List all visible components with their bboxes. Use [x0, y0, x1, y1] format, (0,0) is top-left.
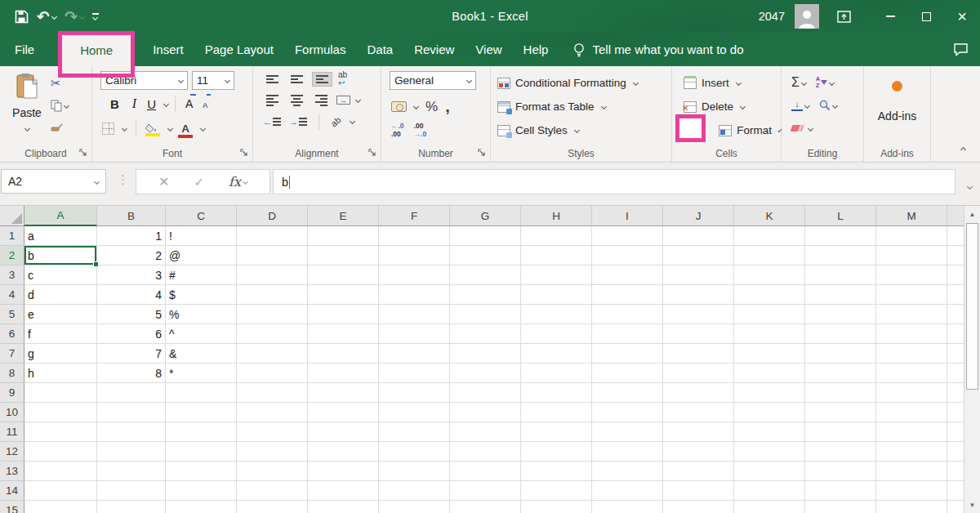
cell-M13[interactable] — [876, 462, 947, 481]
cell-H6[interactable] — [521, 324, 592, 344]
cell-M6[interactable] — [876, 324, 947, 344]
font-family-combobox[interactable]: Calibri — [100, 71, 188, 90]
increase-font-size-button[interactable]: A — [182, 97, 196, 110]
paste-button[interactable]: Paste — [8, 73, 46, 134]
cell-I6[interactable] — [592, 324, 663, 344]
comma-style-button[interactable]: , — [445, 97, 450, 116]
tab-home[interactable]: Home — [62, 34, 131, 66]
center-button[interactable] — [287, 92, 306, 109]
cell-M1[interactable] — [876, 226, 947, 246]
cell-L13[interactable] — [805, 462, 876, 481]
column-header-I[interactable]: I — [592, 206, 663, 226]
percent-style-button[interactable]: % — [425, 99, 438, 115]
cell-B6[interactable]: 6 — [97, 324, 166, 344]
cell-F13[interactable] — [379, 462, 450, 481]
cell-A5[interactable]: e — [24, 305, 97, 324]
cell-F6[interactable] — [379, 324, 450, 344]
cell-A15[interactable] — [24, 501, 97, 513]
cell-L15[interactable] — [805, 501, 876, 513]
cell-I7[interactable] — [592, 344, 663, 364]
middle-align-button[interactable] — [287, 73, 306, 86]
column-header-E[interactable]: E — [308, 206, 379, 226]
cell-B12[interactable] — [97, 442, 166, 462]
cell-E12[interactable] — [308, 442, 379, 462]
cell-F9[interactable] — [379, 383, 450, 403]
cell-H15[interactable] — [521, 501, 592, 513]
cancel-entry-icon[interactable]: ✕ — [158, 174, 169, 190]
scrollbar-thumb[interactable] — [966, 223, 978, 390]
font-color-button[interactable]: A — [178, 123, 193, 135]
cell-D2[interactable] — [237, 246, 308, 265]
cell-I9[interactable] — [592, 383, 663, 403]
cell-D1[interactable] — [237, 226, 308, 246]
addins-button[interactable]: Add-ins — [864, 71, 930, 123]
fill-color-dropdown[interactable] — [167, 125, 173, 131]
cell-I1[interactable] — [592, 226, 663, 246]
cell-G4[interactable] — [450, 285, 521, 305]
cell-K15[interactable] — [734, 501, 805, 513]
cell-F12[interactable] — [379, 442, 450, 462]
cell-K11[interactable] — [734, 422, 805, 442]
column-header-B[interactable]: B — [97, 206, 166, 226]
cell-F5[interactable] — [379, 305, 450, 324]
row-header-10[interactable]: 10 — [0, 403, 24, 422]
confirm-entry-icon[interactable]: ✓ — [194, 175, 204, 190]
cell-C8[interactable]: * — [166, 364, 237, 383]
cell-K13[interactable] — [734, 462, 805, 481]
cell-I2[interactable] — [592, 246, 663, 265]
cell-K4[interactable] — [734, 285, 805, 305]
cell-A7[interactable]: g — [24, 344, 97, 364]
font-dialog-launcher-icon[interactable] — [239, 148, 249, 158]
cell-H12[interactable] — [521, 442, 592, 462]
align-right-button[interactable] — [312, 92, 331, 109]
scroll-down-icon[interactable]: ▼ — [964, 497, 980, 513]
cell-D5[interactable] — [237, 305, 308, 324]
row-header-6[interactable]: 6 — [0, 324, 24, 344]
cell-G12[interactable] — [450, 442, 521, 462]
cell-D12[interactable] — [237, 442, 308, 462]
borders-icon[interactable] — [102, 123, 114, 135]
wrap-text-button[interactable]: ab↩ — [338, 71, 347, 87]
cell-I5[interactable] — [592, 305, 663, 324]
cell-G11[interactable] — [450, 422, 521, 442]
orientation-dropdown[interactable] — [350, 118, 355, 124]
cell-F8[interactable] — [379, 364, 450, 383]
column-header-G[interactable]: G — [450, 206, 521, 226]
cell-E4[interactable] — [308, 285, 379, 305]
cell-J13[interactable] — [663, 462, 734, 481]
tab-view[interactable]: View — [465, 33, 512, 66]
cell-G8[interactable] — [450, 364, 521, 383]
cell-J5[interactable] — [663, 305, 734, 324]
cell-I15[interactable] — [592, 501, 663, 513]
cell-J2[interactable] — [663, 246, 734, 265]
cell-C5[interactable]: % — [166, 305, 237, 324]
cell-H9[interactable] — [521, 383, 592, 403]
font-size-combobox[interactable]: 11 — [192, 71, 234, 90]
cell-B10[interactable] — [97, 403, 166, 422]
cell-A6[interactable]: f — [24, 324, 97, 344]
format-as-table-button[interactable]: Format as Table — [497, 95, 671, 118]
cell-F1[interactable] — [379, 226, 450, 246]
cell-D8[interactable] — [237, 364, 308, 383]
underline-button[interactable]: U — [145, 97, 158, 111]
cell-F15[interactable] — [379, 501, 450, 513]
tab-review[interactable]: Review — [403, 33, 465, 66]
cell-H5[interactable] — [521, 305, 592, 324]
insert-function-button[interactable]: fx — [229, 174, 247, 190]
increase-indent-button[interactable]: → — [289, 117, 307, 127]
cell-C13[interactable] — [166, 462, 237, 481]
top-align-button[interactable] — [263, 73, 282, 86]
cell-E13[interactable] — [308, 462, 379, 481]
collapse-ribbon-button[interactable] — [959, 141, 965, 155]
cell-J9[interactable] — [663, 383, 734, 403]
cell-C10[interactable] — [166, 403, 237, 422]
cell-I13[interactable] — [592, 462, 663, 481]
cell-L5[interactable] — [805, 305, 876, 324]
cell-J15[interactable] — [663, 501, 734, 513]
cell-D9[interactable] — [237, 383, 308, 403]
cell-B2[interactable]: 2 — [97, 246, 166, 265]
cell-B8[interactable]: 8 — [97, 364, 166, 383]
merge-center-icon[interactable]: ↔ — [336, 96, 350, 105]
bottom-align-button[interactable] — [312, 72, 332, 87]
cell-L7[interactable] — [805, 344, 876, 364]
